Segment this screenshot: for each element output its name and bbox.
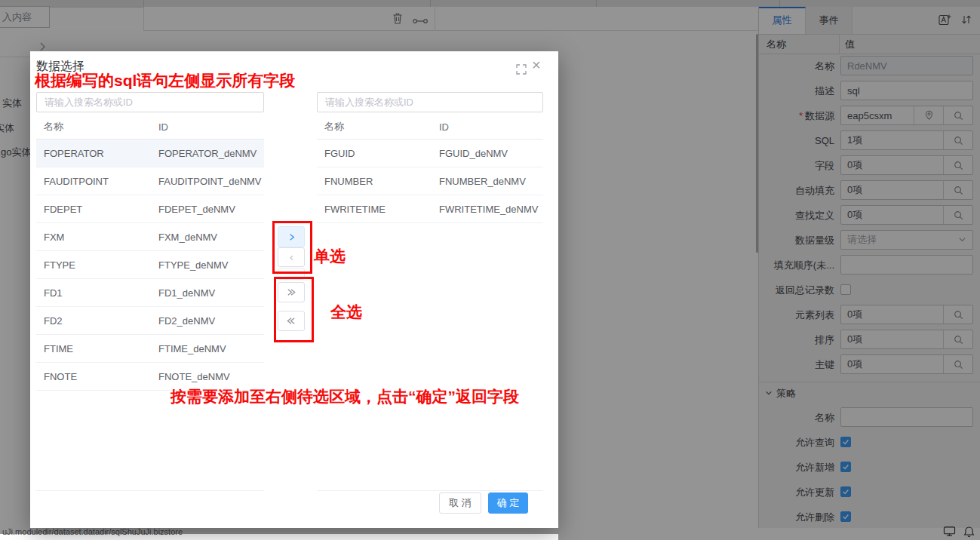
- field-id: FTYPE_deNMV: [158, 259, 228, 271]
- annotation-single-select: 单选: [314, 246, 346, 267]
- table-row[interactable]: FOPERATOR FOPERATOR_deNMV: [36, 140, 264, 167]
- table-body: FOPERATOR FOPERATOR_deNMV FAUDITPOINT FA…: [36, 140, 264, 391]
- table-row[interactable]: FWRITETIME FWRITETIME_deNMV: [317, 195, 543, 223]
- column-name: 名称: [36, 120, 158, 133]
- field-name: FTYPE: [36, 259, 158, 271]
- field-name: FWRITETIME: [317, 204, 439, 215]
- field-name: FD1: [36, 287, 158, 299]
- move-right-button[interactable]: [278, 226, 305, 247]
- table-row[interactable]: FXM FXM_deNMV: [36, 223, 264, 251]
- table-row[interactable]: FTIME FTIME_deNMV: [36, 335, 264, 363]
- field-id: FNUMBER_deNMV: [439, 176, 526, 187]
- source-field-table: 名称 ID FOPERATOR FOPERATOR_deNMV FAUDITPO…: [36, 115, 264, 491]
- field-id: FOPERATOR_deNMV: [158, 148, 257, 159]
- field-id: FWRITETIME_deNMV: [439, 204, 538, 215]
- field-name: FTIME: [36, 343, 158, 354]
- column-name: 名称: [317, 120, 439, 133]
- close-icon[interactable]: ×: [532, 57, 541, 72]
- table-row[interactable]: FD2 FD2_deNMV: [36, 307, 264, 335]
- table-row[interactable]: FNUMBER FNUMBER_deNMV: [317, 167, 543, 195]
- annotation-top: 根据编写的sql语句左侧显示所有字段: [35, 70, 295, 91]
- status-path: uJi.moduledir/dataset.datadir/sqlShuJuJi…: [2, 527, 183, 536]
- column-id: ID: [158, 121, 168, 133]
- field-name: FNUMBER: [317, 176, 439, 187]
- field-id: FAUDITPOINT_deNMV: [158, 176, 262, 187]
- transfer-button-spacer: [278, 268, 305, 280]
- left-search-input[interactable]: [36, 92, 264, 112]
- field-id: FNOTE_deNMV: [158, 371, 230, 382]
- table-body: FGUID FGUID_deNMV FNUMBER FNUMBER_deNMV …: [317, 140, 543, 223]
- field-name: FOPERATOR: [36, 148, 158, 159]
- table-row[interactable]: FAUDITPOINT FAUDITPOINT_deNMV: [36, 167, 264, 195]
- field-name: FAUDITPOINT: [36, 176, 158, 187]
- column-id: ID: [439, 121, 449, 133]
- field-id: FGUID_deNMV: [439, 148, 508, 159]
- field-name: FD2: [36, 315, 158, 327]
- table-header: 名称 ID: [317, 115, 543, 140]
- cancel-button[interactable]: 取 消: [439, 492, 481, 514]
- field-name: FNOTE: [36, 371, 158, 382]
- table-row[interactable]: FGUID FGUID_deNMV: [317, 140, 543, 167]
- confirm-button[interactable]: 确 定: [488, 492, 528, 514]
- move-all-right-button[interactable]: [278, 282, 305, 302]
- table-header: 名称 ID: [36, 115, 264, 140]
- app-root: 入内容 实体 实体 go实体 属性 事件: [0, 0, 980, 540]
- table-row[interactable]: FD1 FD1_deNMV: [36, 279, 264, 307]
- annotation-bottom: 按需要添加至右侧待选区域，点击“确定”返回字段: [171, 386, 519, 407]
- field-id: FD1_deNMV: [158, 287, 215, 299]
- field-name: FXM: [36, 232, 158, 243]
- fullscreen-icon[interactable]: [516, 64, 527, 78]
- table-row[interactable]: FTYPE FTYPE_deNMV: [36, 251, 264, 279]
- field-name: FGUID: [317, 148, 439, 159]
- data-select-dialog: 数据选择 × 根据编写的sql语句左侧显示所有字段 名称 ID FOPERATO…: [30, 51, 558, 528]
- field-id: FXM_deNMV: [158, 232, 217, 243]
- field-id: FDEPET_deNMV: [158, 204, 235, 215]
- field-id: FD2_deNMV: [158, 315, 215, 327]
- field-id: FTIME_deNMV: [158, 343, 226, 354]
- move-all-left-button[interactable]: [278, 311, 305, 331]
- table-row[interactable]: FDEPET FDEPET_deNMV: [36, 195, 264, 223]
- right-search-input[interactable]: [317, 92, 543, 112]
- annotation-select-all: 全选: [330, 302, 362, 323]
- field-name: FDEPET: [36, 204, 158, 215]
- move-left-button[interactable]: [278, 247, 305, 267]
